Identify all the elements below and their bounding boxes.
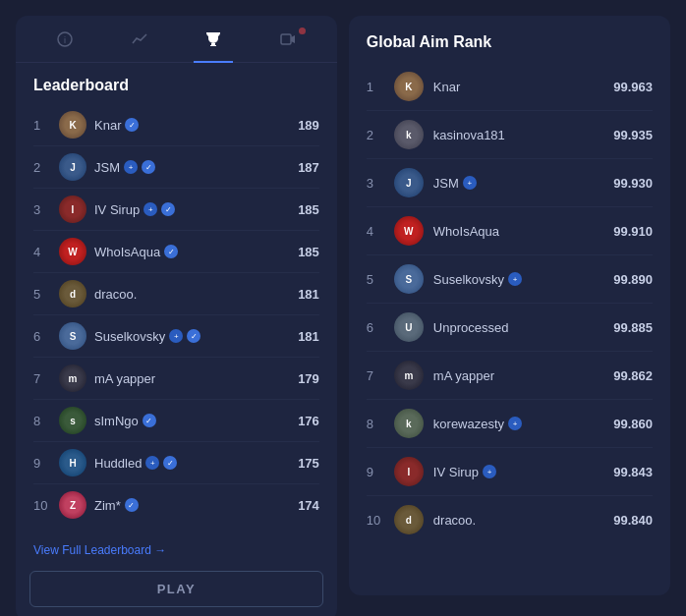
gar-score: 99.910: [603, 224, 653, 239]
lb-name-wrap: Zim*✓: [94, 498, 290, 513]
lb-name-wrap: sImNgo✓: [94, 414, 290, 428]
gar-name-wrap: kasinova181: [433, 128, 603, 142]
lb-rank: 4: [33, 245, 51, 259]
gar-score: 99.963: [603, 80, 653, 94]
lb-avatar: W: [59, 238, 86, 265]
global-rank-row: 9IIV Sirup+99.843: [367, 448, 653, 496]
gar-name-wrap: Suselkovsky+: [433, 272, 603, 287]
gar-badge-blue: +: [508, 272, 522, 286]
leaderboard-row: 6SSuselkovsky+✓181: [33, 315, 319, 358]
tab-info[interactable]: i: [45, 26, 85, 56]
badge-check: ✓: [125, 498, 139, 512]
gar-avatar: I: [394, 457, 424, 486]
tab-trophy[interactable]: [194, 26, 233, 56]
lb-name: dracoo.: [94, 287, 137, 302]
leaderboard-row: 3IIV Sirup+✓185: [33, 189, 319, 231]
gar-rank: 7: [367, 368, 384, 383]
global-rank-row: 2kkasinova18199.935: [367, 111, 653, 159]
main-container: i Leaderboard 1KKnar✓1892JJSM+✓1873IIV S…: [0, 0, 686, 616]
gar-avatar: S: [394, 264, 424, 294]
lb-score: 187: [290, 160, 319, 175]
lb-avatar: H: [59, 449, 86, 476]
gar-name-wrap: mA yapper: [433, 368, 603, 383]
gar-score: 99.862: [603, 368, 653, 383]
lb-rank: 8: [33, 414, 51, 428]
lb-name: mA yapper: [94, 371, 155, 386]
gar-badge-blue: +: [508, 417, 522, 430]
gar-name-wrap: WhoIsAqua: [433, 224, 603, 239]
lb-avatar: J: [59, 153, 86, 181]
lb-name-wrap: JSM+✓: [94, 160, 290, 175]
gar-name: Knar: [433, 80, 460, 94]
lb-name-wrap: Huddled+✓: [94, 456, 290, 471]
lb-name: sImNgo: [94, 414, 139, 428]
tab-video[interactable]: [268, 26, 308, 56]
lb-rank: 3: [33, 202, 51, 217]
lb-score: 189: [290, 118, 319, 133]
gar-score: 99.890: [603, 272, 653, 287]
badge-check: ✓: [161, 202, 175, 216]
gar-rank: 1: [367, 80, 384, 94]
gar-badge-blue: +: [463, 176, 477, 190]
lb-score: 175: [290, 456, 319, 471]
gar-avatar: k: [394, 120, 424, 149]
lb-score: 181: [290, 287, 319, 302]
lb-score: 174: [290, 498, 319, 513]
lb-name: Suselkovsky: [94, 329, 165, 344]
leaderboard-row: 1KKnar✓189: [33, 104, 319, 146]
gar-name: Suselkovsky: [433, 272, 504, 287]
gar-name-wrap: dracoo.: [433, 513, 603, 528]
lb-name: Huddled: [94, 456, 142, 471]
gar-avatar: K: [394, 72, 424, 101]
badge-check: ✓: [187, 329, 200, 343]
svg-rect-2: [281, 34, 291, 44]
lb-score: 181: [290, 329, 319, 344]
global-rank-row: 6UUnprocessed99.885: [367, 304, 653, 352]
badge-blue: +: [143, 202, 157, 216]
gar-name-wrap: IV Sirup+: [433, 465, 603, 479]
gar-name: kasinova181: [433, 128, 505, 142]
left-panel: i Leaderboard 1KKnar✓1892JJSM+✓1873IIV S…: [16, 16, 337, 616]
global-rank-list: 1KKnar99.9632kkasinova18199.9353JJSM+99.…: [367, 63, 653, 543]
tab-chart[interactable]: [120, 26, 159, 56]
gar-name-wrap: Knar: [433, 80, 603, 94]
lb-name-wrap: mA yapper: [94, 371, 290, 386]
notification-dot: [299, 28, 306, 34]
gar-name: mA yapper: [433, 368, 494, 383]
badge-check: ✓: [142, 160, 155, 174]
lb-avatar: S: [59, 322, 86, 350]
gar-name: korewazesty: [433, 417, 504, 431]
lb-avatar: m: [59, 364, 86, 392]
play-button[interactable]: PLAY: [29, 571, 323, 607]
leaderboard-section: Leaderboard 1KKnar✓1892JJSM+✓1873IIV Sir…: [16, 63, 337, 533]
lb-score: 176: [290, 414, 319, 428]
gar-name-wrap: JSM+: [433, 176, 603, 191]
leaderboard-row: 5ddracoo.181: [33, 273, 319, 315]
lb-name: IV Sirup: [94, 202, 140, 217]
lb-name: WhoIsAqua: [94, 245, 160, 259]
nav-tabs: i: [16, 16, 337, 63]
gar-avatar: U: [394, 312, 424, 342]
gar-badge-blue: +: [483, 465, 496, 478]
lb-name-wrap: IV Sirup+✓: [94, 202, 290, 217]
badge-check: ✓: [164, 245, 178, 258]
gar-name: IV Sirup: [433, 465, 479, 479]
lb-rank: 9: [33, 456, 51, 471]
leaderboard-row: 8ssImNgo✓176: [33, 400, 319, 442]
global-rank-row: 7mmA yapper99.862: [367, 352, 653, 400]
lb-rank: 5: [33, 287, 51, 302]
gar-name: WhoIsAqua: [433, 224, 499, 239]
leaderboard-row: 7mmA yapper179: [33, 358, 319, 400]
leaderboard-row: 10ZZim*✓174: [33, 484, 319, 526]
gar-avatar: J: [394, 168, 424, 197]
leaderboard-list: 1KKnar✓1892JJSM+✓1873IIV Sirup+✓1854WWho…: [33, 104, 319, 526]
gar-rank: 5: [367, 272, 384, 287]
badge-blue: +: [145, 456, 159, 470]
gar-name-wrap: Unprocessed: [433, 320, 603, 335]
gar-rank: 3: [367, 176, 384, 191]
gar-score: 99.860: [603, 417, 653, 431]
view-full-link[interactable]: View Full Leaderboard →: [16, 533, 337, 571]
global-aim-rank-title: Global Aim Rank: [367, 33, 653, 51]
lb-avatar: s: [59, 407, 86, 434]
global-rank-row: 10ddracoo.99.840: [367, 496, 653, 543]
